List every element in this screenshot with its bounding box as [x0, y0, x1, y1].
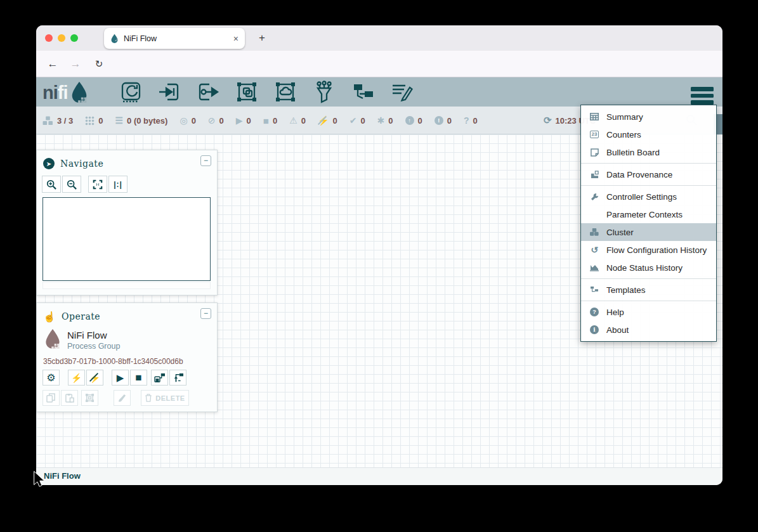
processor-component-icon[interactable]	[119, 81, 142, 103]
locally-modified-stale-status: ! 0	[435, 116, 452, 126]
stale-icon: ↑	[405, 116, 414, 125]
logo-text-fi: fi	[58, 82, 68, 103]
menu-item-bulletin-board[interactable]: Bulletin Board	[581, 143, 716, 161]
info-icon: i	[589, 325, 600, 334]
tab-title: NiFi Flow	[124, 34, 233, 43]
invalid-count: 0	[301, 116, 306, 126]
stopped-count: 0	[273, 116, 277, 126]
menu-item-summary[interactable]: Summary	[581, 108, 716, 126]
menu-item-node-status-history[interactable]: Node Status History	[581, 259, 716, 276]
menu-item-flow-configuration-history[interactable]: ↺ Flow Configuration History	[581, 241, 716, 259]
template-icon	[589, 286, 600, 294]
back-icon[interactable]: ←	[45, 56, 60, 72]
counters-icon: 23	[589, 131, 600, 138]
zoom-in-button[interactable]	[42, 176, 61, 193]
invalid-icon: ⚠	[289, 116, 297, 125]
sticky-note-icon	[589, 148, 600, 157]
template-component-icon[interactable]	[351, 81, 374, 103]
nifi-drop-icon	[69, 81, 89, 105]
up-to-date-status: ✔ 0	[350, 116, 365, 126]
paste-button[interactable]	[61, 390, 78, 406]
locally-modified-stale-count: 0	[447, 116, 452, 126]
zoom-actual-button[interactable]: |:|	[108, 176, 127, 193]
up-to-date-count: 0	[360, 116, 365, 126]
zoom-out-button[interactable]	[62, 176, 81, 193]
refresh-icon[interactable]: ⟳	[544, 115, 552, 126]
tab-bar: NiFi Flow × +	[36, 25, 722, 51]
disable-button[interactable]: ⚡	[86, 370, 103, 386]
locally-modified-icon: ✱	[377, 116, 385, 125]
process-group-component-icon[interactable]	[235, 81, 258, 103]
start-button[interactable]: ▶	[112, 370, 129, 386]
global-menu-button[interactable]	[691, 87, 714, 107]
menu-item-data-provenance[interactable]: Data Provenance	[581, 165, 716, 183]
enable-button[interactable]: ⚡	[68, 370, 85, 386]
menu-item-parameter-contexts[interactable]: Parameter Contexts	[581, 205, 716, 223]
birdseye-minimap[interactable]	[42, 197, 211, 281]
delete-label: DELETE	[155, 394, 185, 402]
wrench-icon	[589, 193, 600, 201]
remote-process-group-component-icon[interactable]	[274, 81, 297, 103]
reload-icon[interactable]: ↻	[91, 56, 107, 72]
locally-modified-stale-icon: !	[435, 116, 443, 125]
menu-item-help[interactable]: ? Help	[581, 303, 716, 321]
minimize-window-button[interactable]	[58, 34, 65, 42]
hand-pointer-icon: ☝	[43, 311, 56, 323]
funnel-component-icon[interactable]	[313, 81, 336, 103]
menu-item-controller-settings[interactable]: Controller Settings	[581, 188, 716, 205]
zoom-fit-button[interactable]	[88, 176, 107, 193]
locally-modified-status: ✱ 0	[377, 116, 393, 126]
help-icon: ?	[589, 308, 600, 316]
operate-title: Operate	[62, 311, 100, 321]
running-count: 0	[247, 116, 251, 126]
operate-header: ☝ Operate −	[37, 303, 217, 325]
save-template-button[interactable]	[151, 370, 168, 386]
browser-tab[interactable]: NiFi Flow ×	[104, 28, 245, 49]
nifi-favicon	[110, 34, 119, 43]
trash-icon	[145, 394, 152, 402]
nifi-toolbar: nifi	[36, 77, 722, 107]
label-component-icon[interactable]	[390, 81, 413, 103]
disabled-count: 0	[332, 116, 337, 126]
birdseye-footer	[42, 282, 211, 289]
process-group-drop-icon	[43, 327, 62, 351]
cluster-cubes-icon	[589, 228, 600, 236]
nifi-logo: nifi	[42, 81, 89, 105]
group-button[interactable]	[81, 390, 98, 406]
navigate-collapse-button[interactable]: −	[200, 155, 211, 166]
menu-item-about[interactable]: i About	[581, 321, 716, 339]
screen: NiFi Flow × + ← → ↻ 192.168.40.11:8080/n…	[0, 0, 758, 532]
history-icon: ↺	[589, 245, 600, 255]
delete-button[interactable]: DELETE	[141, 390, 189, 406]
not-transmitting-status: ⊘ 0	[208, 116, 224, 126]
operate-collapse-button[interactable]: −	[200, 308, 211, 319]
close-window-button[interactable]	[45, 34, 53, 42]
new-tab-button[interactable]: +	[254, 30, 270, 46]
upload-template-button[interactable]	[169, 370, 186, 386]
copy-button[interactable]	[42, 390, 60, 406]
disabled-icon: ⚡	[318, 116, 329, 125]
input-port-component-icon[interactable]	[158, 81, 181, 103]
logo-text-ni: ni	[42, 82, 58, 103]
disabled-status: ⚡ 0	[318, 116, 337, 126]
cluster-status: 3 / 3	[42, 116, 73, 126]
running-icon: ▶	[236, 116, 243, 125]
locally-modified-count: 0	[388, 116, 393, 126]
maximize-window-button[interactable]	[70, 34, 78, 42]
menu-item-counters[interactable]: 23 Counters	[581, 126, 716, 143]
menu-item-cluster[interactable]: Cluster	[581, 223, 716, 241]
configure-button[interactable]: ⚙	[42, 370, 60, 386]
menu-item-templates[interactable]: Templates	[581, 281, 716, 299]
output-port-component-icon[interactable]	[197, 81, 219, 103]
mouse-cursor	[33, 470, 47, 490]
stop-button[interactable]: ■	[130, 370, 147, 386]
running-status: ▶ 0	[236, 116, 251, 126]
provenance-icon	[589, 171, 600, 179]
selected-component-id: 35cbd3b7-017b-1000-8bff-1c3405c00d6b	[43, 357, 183, 366]
forward-icon[interactable]: →	[68, 56, 83, 72]
invalid-status: ⚠ 0	[289, 116, 306, 126]
tab-close-icon[interactable]: ×	[233, 34, 239, 44]
breadcrumb-root[interactable]: NiFi Flow	[44, 471, 81, 481]
queued-status: ☰ 0 (0 bytes)	[115, 116, 168, 126]
change-color-button[interactable]	[114, 390, 131, 406]
